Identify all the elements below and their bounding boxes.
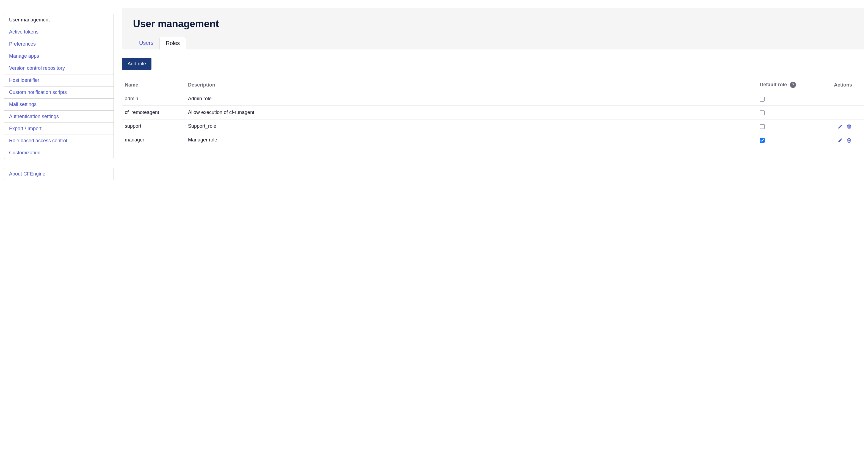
cell-name: admin xyxy=(122,92,185,106)
th-actions: Actions xyxy=(831,78,864,92)
tab-roles[interactable]: Roles xyxy=(159,37,186,49)
edit-icon[interactable] xyxy=(838,138,843,143)
page-title: User management xyxy=(133,18,853,30)
th-default-role-label: Default role xyxy=(760,82,787,87)
sidebar-item-manage-apps[interactable]: Manage apps xyxy=(4,50,114,62)
table-row: managerManager role xyxy=(122,133,864,147)
sidebar-item-export-import[interactable]: Export / Import xyxy=(4,123,114,135)
cell-actions xyxy=(831,92,864,106)
sidebar-item-about-cfengine[interactable]: About CFEngine xyxy=(4,168,114,180)
cell-name: cf_remoteagent xyxy=(122,106,185,120)
cell-actions xyxy=(831,133,864,147)
th-default-role: Default role ? xyxy=(757,78,831,92)
sidebar-item-host-identifier[interactable]: Host identifier xyxy=(4,74,114,87)
cell-description: Allow execution of cf-runagent xyxy=(185,106,757,120)
tab-users[interactable]: Users xyxy=(133,37,159,49)
help-icon[interactable]: ? xyxy=(790,82,796,88)
cell-description: Admin role xyxy=(185,92,757,106)
sidebar-primary-list: User managementActive tokensPreferencesM… xyxy=(4,14,114,159)
table-row: cf_remoteagentAllow execution of cf-runa… xyxy=(122,106,864,120)
cell-actions xyxy=(831,106,864,120)
sidebar-item-user-management[interactable]: User management xyxy=(4,14,114,26)
sidebar-item-customization[interactable]: Customization xyxy=(4,147,114,159)
edit-icon[interactable] xyxy=(838,124,843,129)
tabs: UsersRoles xyxy=(133,37,853,49)
cell-description: Support_role xyxy=(185,120,757,133)
default-role-checkbox[interactable] xyxy=(760,97,765,102)
delete-icon[interactable] xyxy=(846,124,851,129)
table-row: adminAdmin role xyxy=(122,92,864,106)
cell-default xyxy=(757,106,831,120)
cell-default xyxy=(757,133,831,147)
cell-name: manager xyxy=(122,133,185,147)
cell-default xyxy=(757,92,831,106)
delete-icon[interactable] xyxy=(846,138,851,143)
sidebar-item-preferences[interactable]: Preferences xyxy=(4,38,114,50)
default-role-checkbox[interactable] xyxy=(760,138,765,143)
cell-actions xyxy=(831,120,864,133)
table-row: supportSupport_role xyxy=(122,120,864,133)
sidebar-item-active-tokens[interactable]: Active tokens xyxy=(4,26,114,38)
sidebar-secondary-list: About CFEngine xyxy=(4,168,114,180)
sidebar-item-mail-settings[interactable]: Mail settings xyxy=(4,99,114,111)
add-role-button[interactable]: Add role xyxy=(122,58,151,70)
sidebar-item-role-based-access-control[interactable]: Role based access control xyxy=(4,135,114,147)
th-name: Name xyxy=(122,78,185,92)
cell-default xyxy=(757,120,831,133)
roles-table: Name Description Default role ? Actions … xyxy=(122,78,864,147)
page-header: User management UsersRoles xyxy=(122,8,864,49)
sidebar: User managementActive tokensPreferencesM… xyxy=(0,0,118,468)
cell-description: Manager role xyxy=(185,133,757,147)
default-role-checkbox[interactable] xyxy=(760,124,765,129)
main-content: User management UsersRoles Add role Name… xyxy=(118,0,868,468)
default-role-checkbox[interactable] xyxy=(760,110,765,115)
tab-content: Add role Name Description Default role ?… xyxy=(122,49,864,147)
cell-name: support xyxy=(122,120,185,133)
sidebar-item-version-control-repository[interactable]: Version control repository xyxy=(4,62,114,74)
sidebar-item-authentication-settings[interactable]: Authentication settings xyxy=(4,111,114,123)
sidebar-item-custom-notification-scripts[interactable]: Custom notification scripts xyxy=(4,87,114,99)
th-description: Description xyxy=(185,78,757,92)
